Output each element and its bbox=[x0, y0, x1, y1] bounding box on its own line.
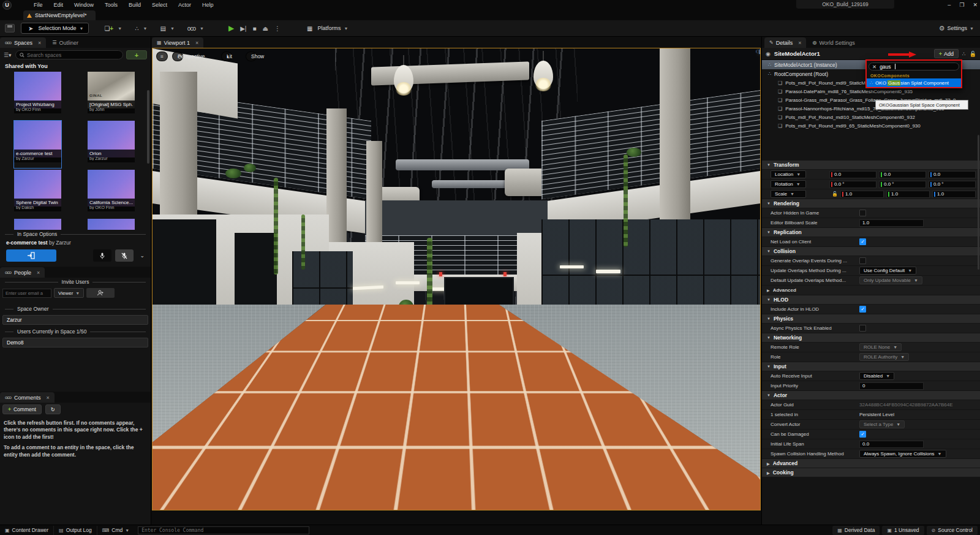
axis-value-field[interactable]: 1.0 bbox=[840, 191, 884, 198]
add-space-button[interactable]: + bbox=[126, 50, 147, 59]
select-dropdown[interactable]: Select a Type▼ bbox=[859, 420, 905, 428]
stop-button[interactable]: ■ bbox=[252, 25, 256, 32]
menu-select[interactable]: Select bbox=[147, 1, 172, 9]
cinematics-chevron[interactable]: ▼ bbox=[170, 26, 175, 31]
select-dropdown[interactable]: ROLE Authority▼ bbox=[859, 353, 909, 361]
blueprints-icon[interactable]: ∴ bbox=[133, 25, 140, 32]
cinematics-icon[interactable]: ▤ bbox=[158, 25, 167, 32]
checkbox[interactable] bbox=[859, 210, 866, 216]
frame-skip-button[interactable]: ▶| bbox=[240, 25, 246, 32]
component-row[interactable]: ❏Pots_mdl_Pot_Round_mdl9_65_StaticMeshCo… bbox=[762, 121, 980, 130]
space-card[interactable]: Orionby Zarzur bbox=[88, 121, 135, 168]
tab-comments[interactable]: oco Comments × bbox=[0, 392, 55, 403]
tab-viewport[interactable]: ▦ Viewport 1 × bbox=[152, 37, 203, 48]
voice-options-chevron[interactable]: ⌄ bbox=[140, 252, 145, 259]
settings-dropdown[interactable]: ⚙ Settings ▼ bbox=[939, 25, 974, 32]
close-icon[interactable]: × bbox=[37, 270, 40, 276]
user-item[interactable]: Demo8 bbox=[2, 338, 148, 347]
location-dropdown[interactable]: Location▼ bbox=[771, 170, 806, 178]
space-card[interactable]: e-commerce testby Zarzur bbox=[14, 121, 61, 168]
output-log-button[interactable]: ▤ Output Log bbox=[54, 526, 97, 535]
category-networking[interactable]: ▼Networking bbox=[762, 333, 980, 343]
space-card[interactable]: Sphere Digital Twinby Daksh bbox=[14, 170, 61, 217]
tab-outliner[interactable]: ☰ Outliner bbox=[47, 37, 83, 48]
menu-actor[interactable]: Actor bbox=[173, 1, 196, 9]
menu-file[interactable]: File bbox=[29, 1, 48, 9]
space-owner-item[interactable]: Zarzur bbox=[2, 315, 148, 325]
select-dropdown[interactable]: Always Spawn, Ignore Collisions▼ bbox=[859, 450, 946, 458]
tab-people[interactable]: oco People × bbox=[0, 267, 45, 278]
save-icon[interactable] bbox=[5, 24, 15, 32]
rotation-dropdown[interactable]: Rotation▼ bbox=[771, 180, 806, 188]
menu-window[interactable]: Window bbox=[69, 1, 99, 9]
checkbox[interactable] bbox=[859, 257, 866, 264]
category-advanced[interactable]: ▶Advanced bbox=[762, 459, 980, 468]
value-input[interactable]: 1.0 bbox=[859, 219, 924, 227]
axis-value-field[interactable]: 0.0 bbox=[929, 171, 976, 178]
category-collision[interactable]: ▼Collision bbox=[762, 247, 980, 256]
add-actor-chevron[interactable]: ▼ bbox=[118, 26, 122, 31]
link-icon[interactable]: oco bbox=[186, 25, 197, 32]
menu-tools[interactable]: Tools bbox=[100, 1, 123, 9]
tab-world-settings[interactable]: ◍ World Settings bbox=[807, 37, 859, 48]
select-dropdown[interactable]: ROLE None▼ bbox=[859, 343, 902, 351]
link-chevron[interactable]: ▼ bbox=[200, 26, 204, 31]
add-actor-icon[interactable]: ❏+ bbox=[102, 25, 115, 32]
unsaved-button[interactable]: ▣ 1 Unsaved bbox=[882, 526, 924, 535]
refresh-comments-button[interactable]: ↻ bbox=[45, 404, 61, 414]
category-replication[interactable]: ▼Replication bbox=[762, 228, 980, 237]
tab-spaces[interactable]: oco Spaces × bbox=[0, 37, 46, 48]
select-dropdown[interactable]: Only Update Movable▼ bbox=[859, 276, 922, 284]
close-button[interactable]: ✕ bbox=[973, 2, 978, 8]
lit-dropdown[interactable]: ◐ Lit bbox=[221, 51, 232, 61]
derived-data-button[interactable]: ▦ Derived Data bbox=[832, 526, 880, 535]
close-icon[interactable]: × bbox=[798, 40, 801, 46]
value-input[interactable]: 0.0 bbox=[859, 441, 924, 448]
perspective-dropdown[interactable]: ◇ Perspective bbox=[172, 51, 183, 61]
console-command-input[interactable]: Enter Console Command bbox=[138, 526, 309, 534]
cmd-dropdown[interactable]: ⌨ Cmd ▼ bbox=[97, 526, 134, 535]
play-options-button[interactable]: ⋮ bbox=[274, 25, 281, 32]
space-card[interactable]: Project Whizbangby OKO Finn bbox=[14, 72, 61, 119]
category-physics[interactable]: ▼Physics bbox=[762, 314, 980, 324]
content-drawer-button[interactable]: ▣ Content Drawer bbox=[0, 526, 54, 535]
maximize-button[interactable]: ❐ bbox=[959, 2, 964, 8]
close-icon[interactable]: × bbox=[195, 40, 198, 46]
camera-speed-button[interactable]: ▣ 4 bbox=[756, 48, 761, 56]
space-card[interactable]: California Science...by OKO Finn bbox=[88, 170, 135, 217]
eject-button[interactable]: ⏏ bbox=[262, 25, 268, 32]
menu-build[interactable]: Build bbox=[124, 1, 146, 9]
category-hlod[interactable]: ▼HLOD bbox=[762, 295, 980, 305]
spaces-scrollbar[interactable] bbox=[147, 90, 149, 164]
component-result-item[interactable]: ∴ OKO Gaussian Splat Component bbox=[867, 78, 961, 87]
invite-email-input[interactable]: Enter user email a bbox=[2, 289, 51, 298]
mic-muted-button[interactable] bbox=[115, 249, 134, 262]
select-dropdown[interactable]: Use Config Default▼ bbox=[859, 267, 916, 275]
blueprint-convert-icon[interactable]: ∴ bbox=[962, 51, 966, 57]
viewport-3d[interactable]: z y x ≡ ◇ Perspective ◐ Lit Show ➤ ✛ ↻ ⤢… bbox=[152, 48, 761, 510]
search-spaces-input[interactable]: Search spaces bbox=[15, 50, 123, 59]
component-row[interactable]: ❏Parasol-DatePalm_mdl8_76_StaticMeshComp… bbox=[762, 87, 980, 96]
space-card[interactable] bbox=[14, 219, 61, 230]
axis-value-field[interactable]: 0.0 ° bbox=[879, 181, 926, 188]
checkbox[interactable]: ✓ bbox=[859, 306, 866, 313]
component-search-input[interactable]: ✕ gaus bbox=[869, 63, 959, 70]
scale-lock-icon[interactable]: 🔓 bbox=[832, 191, 838, 197]
axis-value-field[interactable]: 1.0 bbox=[886, 191, 930, 198]
minimize-button[interactable]: – bbox=[948, 2, 951, 8]
mic-on-button[interactable] bbox=[93, 249, 111, 262]
enter-space-button[interactable] bbox=[6, 249, 56, 262]
menu-edit[interactable]: Edit bbox=[49, 1, 69, 9]
close-icon[interactable]: × bbox=[46, 395, 49, 401]
checkbox[interactable] bbox=[859, 325, 866, 332]
add-component-button[interactable]: + Add bbox=[934, 49, 959, 58]
play-button[interactable]: ▶ bbox=[228, 24, 234, 32]
category-input[interactable]: ▼Input bbox=[762, 362, 980, 371]
selection-mode-dropdown[interactable]: ➤ Selection Mode ▼ bbox=[21, 23, 89, 34]
add-comment-button[interactable]: + Comment bbox=[2, 404, 42, 414]
clear-search-icon[interactable]: ✕ bbox=[872, 64, 876, 70]
platforms-dropdown[interactable]: ▦ Platforms ▼ bbox=[305, 25, 348, 32]
close-icon[interactable]: × bbox=[38, 40, 41, 46]
category-rendering[interactable]: ▼Rendering bbox=[762, 199, 980, 208]
category-actor[interactable]: ▼Actor bbox=[762, 391, 980, 400]
